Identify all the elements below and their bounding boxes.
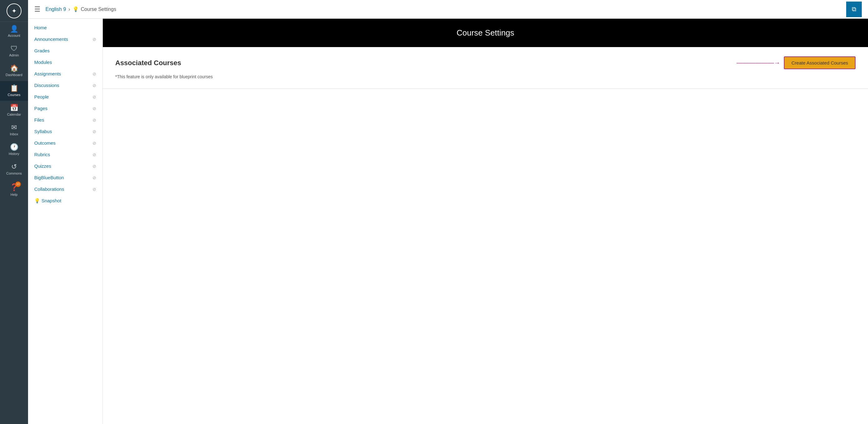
course-nav-label: Outcomes	[34, 140, 56, 146]
feature-note: *This feature is only available for blue…	[115, 74, 856, 79]
global-nav-item-admin[interactable]: 🛡 Admin	[0, 41, 28, 61]
course-nav-item-announcements[interactable]: Announcements⊘	[28, 33, 102, 45]
global-nav-item-courses[interactable]: 📋 Courses	[0, 81, 28, 101]
course-nav-label: Collaborations	[34, 187, 64, 192]
course-nav-item-pages[interactable]: Pages⊘	[28, 103, 102, 114]
visibility-icon[interactable]: ⊘	[93, 187, 96, 192]
global-nav-item-inbox[interactable]: ✉ Inbox	[0, 120, 28, 140]
course-nav-label: Modules	[34, 60, 52, 65]
course-nav-label: Snapshot	[41, 198, 61, 203]
admin-label: Admin	[9, 53, 19, 57]
course-nav-label: Home	[34, 25, 47, 30]
courses-icon: 📋	[10, 85, 19, 92]
course-nav-item-modules[interactable]: Modules	[28, 56, 102, 68]
global-nav-item-dashboard[interactable]: 🏠 Dashboard	[0, 61, 28, 81]
associated-section: Associated Courses ——————→ Create Associ…	[103, 47, 868, 89]
course-nav-label: Files	[34, 117, 44, 122]
associated-header: Associated Courses ——————→ Create Associ…	[115, 56, 856, 69]
global-nav-item-calendar[interactable]: 📅 Calendar	[0, 101, 28, 120]
commons-icon: ↺	[11, 163, 17, 170]
global-nav: ✦ 👤 Account 🛡 Admin 🏠 Dashboard 📋 Course…	[0, 0, 28, 424]
dashboard-label: Dashboard	[6, 73, 23, 77]
course-nav: HomeAnnouncements⊘GradesModulesAssignmen…	[28, 19, 103, 424]
course-nav-label: Syllabus	[34, 129, 52, 134]
visibility-icon[interactable]: ⊘	[93, 175, 96, 180]
visibility-icon[interactable]: ⊘	[93, 94, 96, 100]
help-label: Help	[10, 193, 18, 197]
course-nav-label: Grades	[34, 48, 50, 53]
breadcrumb-current: 💡 Course Settings	[72, 6, 116, 12]
logo[interactable]: ✦	[0, 0, 28, 22]
visibility-icon[interactable]: ⊘	[93, 83, 96, 88]
course-nav-item-quizzes[interactable]: Quizzes⊘	[28, 160, 102, 172]
calendar-label: Calendar	[7, 113, 21, 117]
course-nav-label: Assignments	[34, 71, 61, 76]
course-nav-item-files[interactable]: Files⊘	[28, 114, 102, 125]
course-nav-item-outcomes[interactable]: Outcomes⊘	[28, 137, 102, 149]
breadcrumb-current-label: Course Settings	[81, 6, 116, 12]
global-nav-item-account[interactable]: 👤 Account	[0, 22, 28, 41]
course-nav-item-grades[interactable]: Grades	[28, 45, 102, 56]
create-associated-courses-button[interactable]: Create Associated Courses	[784, 56, 856, 69]
visibility-icon[interactable]: ⊘	[93, 129, 96, 134]
top-header: ☰ English 9 › 💡 Course Settings ⧉	[28, 0, 868, 19]
snapshot-icon: 💡	[34, 198, 40, 203]
global-nav-item-commons[interactable]: ↺ Commons	[0, 160, 28, 179]
main-wrapper: ☰ English 9 › 💡 Course Settings ⧉ HomeAn…	[28, 0, 868, 424]
page-header: Course Settings	[103, 19, 868, 47]
account-icon: 👤	[10, 26, 19, 32]
help-badge: 10	[15, 181, 21, 187]
course-nav-item-people[interactable]: People⊘	[28, 91, 102, 103]
courses-label: Courses	[8, 93, 21, 97]
commons-label: Commons	[6, 171, 22, 175]
inbox-label: Inbox	[10, 132, 19, 136]
course-nav-item-discussions[interactable]: Discussions⊘	[28, 80, 102, 91]
course-nav-item-collaborations[interactable]: Collaborations⊘	[28, 183, 102, 195]
breadcrumb-link[interactable]: English 9	[45, 6, 66, 12]
account-label: Account	[8, 34, 20, 38]
visibility-icon[interactable]: ⊘	[93, 141, 96, 146]
breadcrumb: English 9 › 💡 Course Settings	[45, 6, 116, 12]
hamburger-button[interactable]: ☰	[34, 5, 40, 13]
admin-icon: 🛡	[10, 45, 18, 52]
top-right-button[interactable]: ⧉	[846, 2, 862, 17]
calendar-icon: 📅	[10, 105, 19, 111]
history-icon: 🕐	[10, 144, 19, 150]
visibility-icon[interactable]: ⊘	[93, 152, 96, 157]
course-nav-item-syllabus[interactable]: Syllabus⊘	[28, 125, 102, 137]
logo-icon: ✦	[6, 3, 22, 19]
global-nav-item-history[interactable]: 🕐 History	[0, 140, 28, 160]
course-nav-label: Rubrics	[34, 152, 50, 157]
course-nav-item-rubrics[interactable]: Rubrics⊘	[28, 149, 102, 160]
course-nav-label: Quizzes	[34, 163, 51, 169]
content-area: HomeAnnouncements⊘GradesModulesAssignmen…	[28, 19, 868, 424]
course-nav-label: Discussions	[34, 83, 59, 88]
main-content: Course Settings Associated Courses —————…	[103, 19, 868, 424]
visibility-icon[interactable]: ⊘	[93, 72, 96, 76]
visibility-icon[interactable]: ⊘	[93, 117, 96, 122]
visibility-icon[interactable]: ⊘	[93, 164, 96, 169]
associated-title: Associated Courses	[115, 59, 181, 67]
history-label: History	[9, 152, 19, 156]
breadcrumb-separator: ›	[68, 6, 70, 12]
visibility-icon[interactable]: ⊘	[93, 37, 96, 42]
arrow-icon: ——————→	[737, 59, 780, 66]
inbox-icon: ✉	[11, 124, 17, 131]
visibility-icon[interactable]: ⊘	[93, 106, 96, 111]
course-nav-item-home[interactable]: Home	[28, 22, 102, 33]
global-nav-item-help[interactable]: ❓ 10 Help	[0, 179, 28, 200]
help-icon: ❓ 10	[10, 183, 19, 191]
breadcrumb-icon: 💡	[72, 6, 79, 12]
course-nav-item-bigbluebutton[interactable]: BigBlueButton⊘	[28, 172, 102, 183]
course-nav-label: People	[34, 94, 49, 100]
create-button-wrapper: ——————→ Create Associated Courses	[737, 56, 856, 69]
course-nav-item-assignments[interactable]: Assignments⊘	[28, 68, 102, 80]
course-nav-label: Pages	[34, 106, 48, 111]
course-nav-label: Announcements	[34, 36, 68, 42]
course-nav-label: BigBlueButton	[34, 175, 64, 180]
course-nav-item-snapshot[interactable]: 💡 Snapshot	[28, 195, 102, 207]
dashboard-icon: 🏠	[10, 65, 19, 72]
